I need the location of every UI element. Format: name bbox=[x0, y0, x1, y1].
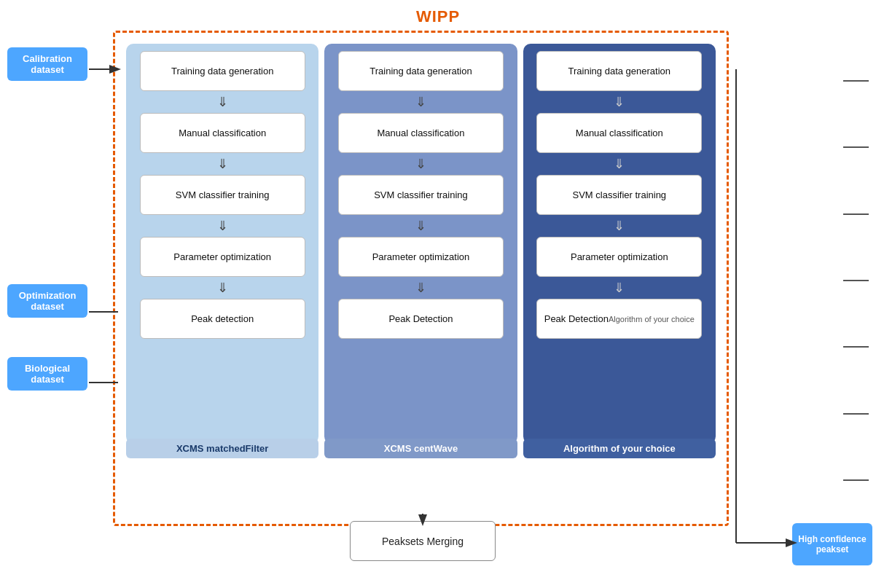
arrow-1b: ⇓ bbox=[217, 156, 228, 172]
arrow-2d: ⇓ bbox=[415, 280, 426, 296]
column-labels-row: XCMS matchedFilter XCMS centWave Algorit… bbox=[120, 439, 721, 458]
arrow-1a: ⇓ bbox=[217, 94, 228, 110]
step-manual-1: Manual classification bbox=[140, 113, 305, 153]
col-label-centwave: XCMS centWave bbox=[324, 439, 517, 458]
page-title: WIPP bbox=[0, 0, 876, 26]
rc-3 bbox=[843, 213, 869, 215]
arrow-2b: ⇓ bbox=[415, 156, 426, 172]
arrow-3c: ⇓ bbox=[614, 218, 625, 234]
rc-4 bbox=[843, 280, 869, 281]
step-peak-3: Peak DetectionAlgorithm of your choice bbox=[536, 299, 702, 339]
step-param-1: Parameter optimization bbox=[140, 237, 305, 277]
arrow-2a: ⇓ bbox=[415, 94, 426, 110]
arrow-3b: ⇓ bbox=[614, 156, 625, 172]
arrow-2c: ⇓ bbox=[415, 218, 426, 234]
rc-5 bbox=[843, 346, 869, 348]
step-param-3: Parameter optimization bbox=[536, 237, 702, 277]
arrow-1d: ⇓ bbox=[217, 280, 228, 296]
rc-1 bbox=[843, 80, 869, 82]
column-centwave: Training data generation ⇓ Manual classi… bbox=[324, 44, 517, 444]
col-label-choice: Algorithm of your choice bbox=[523, 439, 716, 458]
step-training-3: Training data generation bbox=[536, 51, 702, 91]
rc-6 bbox=[843, 413, 869, 415]
col-label-matched: XCMS matchedFilter bbox=[126, 439, 318, 458]
column-matched-filter: Training data generation ⇓ Manual classi… bbox=[126, 44, 318, 444]
rc-7 bbox=[843, 479, 869, 481]
high-confidence-peakset-box: High confidence peakset bbox=[792, 523, 872, 565]
step-svm-2: SVM classifier training bbox=[338, 175, 504, 215]
arrow-3d: ⇓ bbox=[614, 280, 625, 296]
step-manual-3: Manual classification bbox=[536, 113, 702, 153]
peaksets-merging-box: Peaksets Merging bbox=[350, 521, 496, 561]
column-algorithm-choice: Training data generation ⇓ Manual classi… bbox=[523, 44, 716, 444]
arrow-1c: ⇓ bbox=[217, 218, 228, 234]
right-markers bbox=[843, 47, 869, 514]
biological-dataset-label: Biological dataset bbox=[7, 357, 87, 391]
rc-2 bbox=[843, 146, 869, 148]
optimization-dataset-label: Optimization dataset bbox=[7, 284, 87, 318]
step-param-2: Parameter optimization bbox=[338, 237, 504, 277]
arrow-3a: ⇓ bbox=[614, 94, 625, 110]
step-peak-1: Peak detection bbox=[140, 299, 305, 339]
calibration-dataset-label: Calibration dataset bbox=[7, 47, 87, 81]
step-peak-2: Peak Detection bbox=[338, 299, 504, 339]
step-training-1: Training data generation bbox=[140, 51, 305, 91]
step-manual-2: Manual classification bbox=[338, 113, 504, 153]
step-svm-1: SVM classifier training bbox=[140, 175, 305, 215]
columns-layout: Training data generation ⇓ Manual classi… bbox=[120, 38, 721, 450]
step-svm-3: SVM classifier training bbox=[536, 175, 702, 215]
step-training-2: Training data generation bbox=[338, 51, 504, 91]
